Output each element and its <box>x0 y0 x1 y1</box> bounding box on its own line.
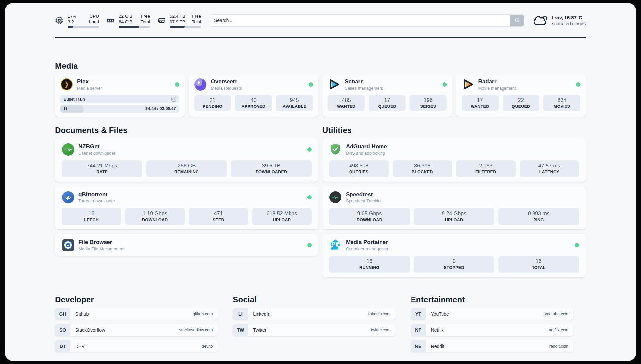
stat-upload: 618.52 Mbps UPLOAD <box>252 208 312 225</box>
now-playing-title: Bullet Train <box>64 97 85 102</box>
service-name: Overseerr <box>211 78 242 85</box>
session-icon <box>171 97 176 102</box>
now-playing-progress-bar[interactable]: 24:44 / 02:06:47 <box>60 105 179 113</box>
bookmark-linkedin[interactable]: LI LinkedIn linkedin.com <box>233 308 395 320</box>
stat-value: 16 <box>500 258 578 264</box>
stat-downloaded: 39.6 TB DOWNLOADED <box>231 160 312 177</box>
utilities-card-list: AdGuard Home DNS and adblocking 498,508 … <box>322 138 586 277</box>
service-card-filebrowser[interactable]: File Browser Media File Management <box>55 234 318 256</box>
section-title-social: Social <box>233 295 395 304</box>
plex-icon: ❯ <box>60 78 73 91</box>
stat-label: PENDING <box>196 104 230 109</box>
stat-label: QUEUED <box>370 104 404 109</box>
section-documents-files: Documents & Files nzbget NZBGet Usenet d… <box>55 126 318 256</box>
search-engine-button[interactable]: G <box>510 15 524 26</box>
service-description: Media File Management <box>78 246 124 251</box>
bookmark-youtube[interactable]: YT YouTube youtube.com <box>411 308 573 320</box>
stat-download: 1.19 Gbps DOWNLOAD <box>125 208 185 225</box>
cloud-icon <box>534 15 548 26</box>
stat-download: 9.65 Gbps DOWNLOAD <box>329 208 410 225</box>
stat-value: 196 <box>411 97 445 103</box>
stat-available: 945 AVAILABLE <box>276 95 313 111</box>
stat-label: TOTAL <box>500 265 578 270</box>
stat-label: QUERIES <box>330 170 387 174</box>
stat-value: 2,953 <box>457 163 514 169</box>
section-media: Media ❯ Plex Media server Bullet Train 2… <box>55 61 586 117</box>
bookmark-twitter[interactable]: TW Twitter twitter.com <box>233 324 395 336</box>
service-card-nzbget[interactable]: nzbget NZBGet Usenet downloader 744.21 M… <box>55 138 318 182</box>
stat-value: 16 <box>330 258 409 264</box>
bookmark-url: linkedin.com <box>368 312 390 316</box>
weather-condition: scattered clouds <box>552 21 586 26</box>
service-card-portainer[interactable]: Media Portainer Container management 16 … <box>322 234 586 277</box>
radarr-icon <box>462 78 474 91</box>
service-card-adguard[interactable]: AdGuard Home DNS and adblocking 498,508 … <box>322 138 586 182</box>
sonarr-icon <box>328 78 340 91</box>
stat-value: 9.24 Gbps <box>415 210 493 217</box>
stat-value: 0.993 ms <box>500 210 578 217</box>
stat-value: 498,508 <box>330 163 387 169</box>
stat-label: WANTED <box>329 104 363 109</box>
bookmark-abbr: TW <box>233 324 248 336</box>
bookmark-name: LinkedIn <box>253 311 270 317</box>
bookmark-url: twitter.com <box>371 328 391 332</box>
service-name: Media Portainer <box>346 239 391 246</box>
service-description: Torrent downloader <box>78 198 115 203</box>
stat-total: 16 TOTAL <box>498 256 579 273</box>
bookmark-name: Reddit <box>431 344 444 349</box>
service-description: Speedtest Tracking <box>346 198 382 203</box>
service-name: File Browser <box>78 239 124 246</box>
stat-label: BLOCKED <box>394 170 451 174</box>
service-card-radarr[interactable]: Radarr Movie management 17 WANTED 22 QUE… <box>456 74 586 117</box>
metric-memory: 22 GiB64 GiB FreeTotal <box>106 14 150 28</box>
stat-queued: 17 QUEUED <box>369 95 406 111</box>
metric-progress-track <box>170 26 201 28</box>
service-description: DNS and adblocking <box>346 151 387 156</box>
stat-latency: 47.57 ms LATENCY <box>520 160 579 177</box>
stat-label: LATENCY <box>521 170 578 174</box>
status-dot <box>576 82 580 87</box>
bookmark-name: YouTube <box>431 311 449 317</box>
bookmark-abbr: GH <box>55 308 70 320</box>
status-dot <box>307 243 312 247</box>
service-card-header: Radarr Movie management <box>462 78 581 91</box>
now-playing-time: 24:44 / 02:06:47 <box>145 106 176 111</box>
section-title-documents-files: Documents & Files <box>55 126 318 135</box>
service-card-speedtest[interactable]: Speedtest Speedtest Tracking 9.65 Gbps D… <box>322 186 586 229</box>
stat-value: 834 <box>545 97 579 103</box>
bookmark-stackoverflow[interactable]: SO StackOverflow stackoverflow.com <box>55 324 218 336</box>
bookmark-name: Twitter <box>253 327 266 333</box>
metric-progress-track <box>68 26 99 28</box>
header-divider <box>55 37 586 38</box>
status-dot <box>575 243 579 247</box>
service-card-overseerr[interactable]: Overseerr Media Requests 21 PENDING 40 A… <box>189 74 319 117</box>
section-title-developer: Developer <box>55 295 218 304</box>
service-description: Series management <box>345 86 383 91</box>
metric-progress-fill <box>119 26 139 28</box>
service-card-plex[interactable]: ❯ Plex Media server Bullet Train 24:44 /… <box>55 74 185 117</box>
now-playing-widget: Bullet Train 24:44 / 02:06:47 <box>60 95 179 113</box>
bookmark-url: stackoverflow.com <box>179 328 213 332</box>
bookmark-netflix[interactable]: NF Netflix netflix.com <box>411 324 573 336</box>
search-input[interactable] <box>209 14 525 27</box>
bookmark-github[interactable]: GH Github github.com <box>55 308 218 320</box>
pause-icon <box>64 107 67 110</box>
stat-value: 86,396 <box>394 163 451 169</box>
service-card-header: Overseerr Media Requests <box>194 78 313 91</box>
bookmark-reddit[interactable]: RE Reddit reddit.com <box>411 340 573 352</box>
stat-label: DOWNLOAD <box>127 218 184 222</box>
bookmark-dev[interactable]: DT DEV dev.to <box>55 340 218 352</box>
service-description: Container management <box>346 246 391 251</box>
ram-icon <box>106 16 115 25</box>
stat-wanted: 17 WANTED <box>462 95 499 111</box>
service-card-qbittorrent[interactable]: qb qBittorrent Torrent downloader 16 LEE… <box>55 186 318 229</box>
dashboard: 17%3.2 CPULoad 22 GiB64 GiB FreeTotal 52… <box>5 3 636 361</box>
status-dot <box>307 195 312 199</box>
stat-value: 1.19 Gbps <box>127 210 184 217</box>
service-card-sonarr[interactable]: Sonarr Series management 485 WANTED 17 Q… <box>322 74 452 117</box>
section-title-media: Media <box>55 61 586 71</box>
stat-value: 21 <box>196 97 230 103</box>
bookmark-name: DEV <box>75 344 85 349</box>
stat-label: STOPPED <box>415 265 493 270</box>
metric-labels: CPULoad <box>89 14 99 25</box>
